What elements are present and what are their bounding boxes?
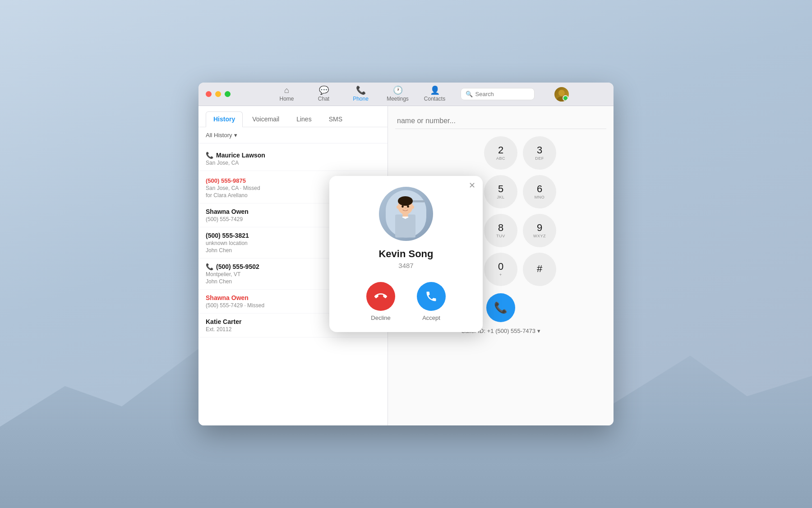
- decline-button[interactable]: [366, 282, 395, 311]
- caller-ext: 3487: [398, 262, 413, 269]
- svg-point-12: [407, 205, 409, 208]
- accept-action: Accept: [417, 282, 446, 321]
- accept-label: Accept: [422, 314, 440, 321]
- incoming-call-modal: ✕: [329, 176, 483, 332]
- caller-name: Kevin Song: [378, 248, 433, 260]
- svg-rect-8: [403, 213, 408, 217]
- modal-overlay: ✕: [198, 83, 614, 425]
- svg-point-5: [398, 196, 413, 206]
- call-actions: Decline Accept: [366, 282, 446, 321]
- decline-label: Decline: [371, 314, 390, 321]
- close-button[interactable]: ✕: [469, 181, 475, 189]
- caller-avatar-svg: [386, 189, 426, 239]
- accept-button[interactable]: [417, 282, 446, 311]
- svg-point-9: [397, 205, 399, 209]
- caller-photo: [379, 187, 433, 241]
- svg-point-11: [401, 205, 404, 208]
- decline-action: Decline: [366, 282, 395, 321]
- svg-point-10: [411, 205, 414, 209]
